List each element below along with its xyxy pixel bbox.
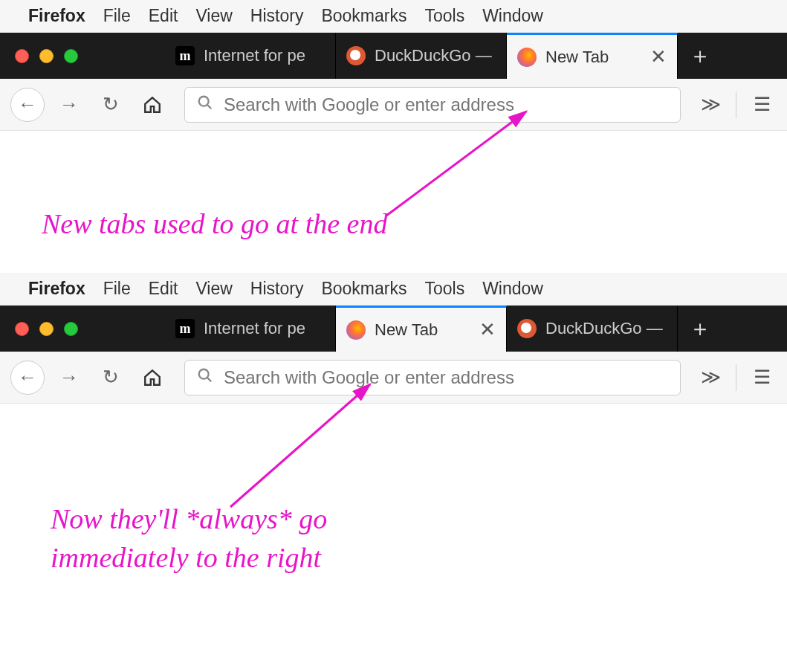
minimize-window-icon[interactable] [39,322,54,336]
menu-view[interactable]: View [195,279,232,299]
tab-label: Internet for pe [204,319,305,338]
reload-button[interactable]: ↻ [94,361,128,395]
svg-line-5 [230,384,370,507]
search-icon [197,94,213,115]
favicon-duck-icon [346,46,366,65]
screenshot-1: Firefox File Edit View History Bookmarks… [0,0,787,131]
menubar: Firefox File Edit View History Bookmarks… [0,273,787,306]
svg-line-1 [207,104,212,109]
reload-button[interactable]: ↻ [94,88,128,122]
annotation-arrow [372,104,550,230]
svg-point-3 [199,369,209,379]
zoom-window-icon[interactable] [64,49,78,63]
forward-button[interactable]: → [52,88,86,122]
annotation-text-line2: immediately to the right [51,539,769,577]
search-icon [197,367,213,388]
menu-app[interactable]: Firefox [28,279,85,299]
home-button[interactable] [135,361,169,395]
menu-edit[interactable]: Edit [149,6,178,26]
annotation-text-line1: Now they'll *always* go [51,500,769,538]
tab-bar: m Internet for pe New Tab ✕ DuckDuckGo —… [0,306,787,352]
menu-history[interactable]: History [250,279,304,299]
home-button[interactable] [135,88,169,122]
back-button[interactable]: ← [10,88,45,122]
menu-file[interactable]: File [103,6,131,26]
menu-history[interactable]: History [250,6,304,26]
minimize-window-icon[interactable] [39,49,54,63]
favicon-firefox-icon [346,320,366,340]
back-button[interactable]: ← [10,361,45,395]
favicon-duck-icon [517,319,537,338]
divider [736,364,736,391]
menu-app[interactable]: Firefox [28,6,85,26]
divider [736,91,736,118]
favicon-m-icon: m [175,319,195,338]
forward-button[interactable]: → [52,361,86,395]
tab-label: DuckDuckGo — [375,46,492,65]
svg-line-2 [386,112,526,216]
svg-line-4 [207,378,212,382]
menu-window[interactable]: Window [482,6,543,26]
menu-tools[interactable]: Tools [424,279,464,299]
close-tab-icon[interactable]: ✕ [644,45,667,68]
close-tab-icon[interactable]: ✕ [473,318,496,341]
window-controls [0,306,165,352]
menubar: Firefox File Edit View History Bookmarks… [0,0,787,33]
menu-file[interactable]: File [103,279,131,299]
favicon-m-icon: m [175,46,195,65]
tab-duckduckgo[interactable]: DuckDuckGo — [507,306,678,352]
new-tab-button[interactable]: ＋ [678,306,722,352]
menu-bookmarks[interactable]: Bookmarks [321,6,407,26]
close-window-icon[interactable] [15,49,29,63]
tab-label: New Tab [545,48,609,67]
favicon-firefox-icon [517,48,537,67]
tab-bar: m Internet for pe DuckDuckGo — New Tab ✕… [0,33,787,79]
tab-label: New Tab [375,320,438,340]
tab-newtab[interactable]: New Tab ✕ [336,306,507,352]
tab-internet[interactable]: m Internet for pe [165,33,336,79]
menu-tools[interactable]: Tools [424,6,464,26]
menu-edit[interactable]: Edit [149,279,178,299]
window-controls [0,33,165,79]
menu-view[interactable]: View [195,6,232,26]
svg-point-0 [199,96,209,106]
tab-label: DuckDuckGo — [545,319,663,338]
screenshot-2: Firefox File Edit View History Bookmarks… [0,273,787,404]
overflow-menu-icon[interactable]: ≫ [696,366,725,389]
menu-bookmarks[interactable]: Bookmarks [321,279,407,299]
hamburger-menu-icon[interactable]: ☰ [747,366,777,389]
annotation-text: New tabs used to go at the end [42,208,387,239]
hamburger-menu-icon[interactable]: ☰ [747,93,777,116]
zoom-window-icon[interactable] [64,322,78,336]
menu-window[interactable]: Window [482,279,543,299]
tab-internet[interactable]: m Internet for pe [165,306,336,352]
annotation-arrow [216,377,394,518]
overflow-menu-icon[interactable]: ≫ [696,93,725,116]
tab-duckduckgo[interactable]: DuckDuckGo — [336,33,507,79]
tab-newtab[interactable]: New Tab ✕ [507,33,678,79]
new-tab-button[interactable]: ＋ [678,33,722,79]
close-window-icon[interactable] [15,322,29,336]
tab-label: Internet for pe [204,46,305,65]
